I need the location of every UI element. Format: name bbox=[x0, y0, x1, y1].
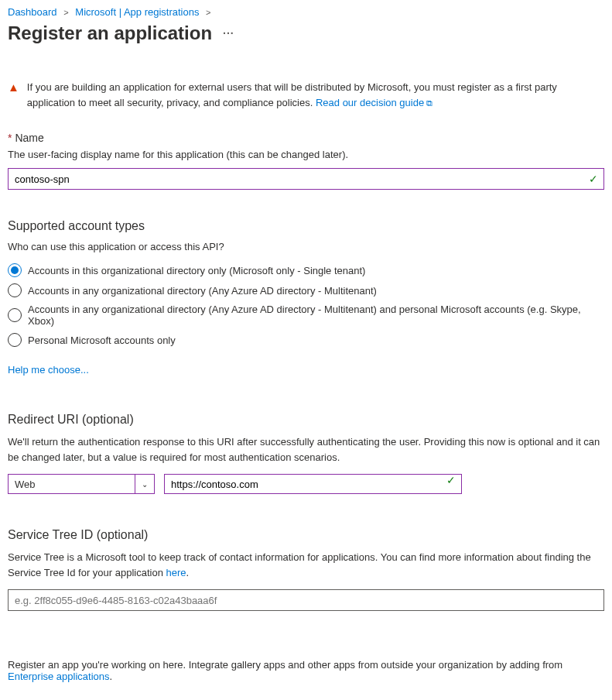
service-tree-input[interactable] bbox=[8, 589, 604, 611]
radio-single-tenant[interactable]: Accounts in this organizational director… bbox=[8, 260, 604, 280]
radio-label: Accounts in any organizational directory… bbox=[28, 304, 604, 327]
breadcrumb-dashboard[interactable]: Dashboard bbox=[8, 6, 57, 18]
radio-label: Accounts in this organizational director… bbox=[28, 265, 365, 276]
radio-multitenant[interactable]: Accounts in any organizational directory… bbox=[8, 280, 604, 300]
breadcrumb-app-registrations[interactable]: Microsoft | App registrations bbox=[75, 6, 199, 18]
radio-icon bbox=[8, 308, 22, 322]
radio-icon bbox=[8, 333, 22, 347]
platform-select[interactable]: Web ⌄ bbox=[8, 474, 155, 494]
service-tree-header: Service Tree ID (optional) bbox=[8, 528, 604, 550]
radio-personal-only[interactable]: Personal Microsoft accounts only bbox=[8, 330, 604, 350]
account-types-radio-group: Accounts in this organizational director… bbox=[8, 260, 604, 350]
breadcrumb-sep-icon: > bbox=[60, 8, 72, 17]
name-description: The user-facing display name for this ap… bbox=[8, 149, 604, 168]
required-star-icon: * bbox=[8, 132, 12, 144]
page-title-text: Register an application bbox=[8, 22, 212, 44]
page-title: Register an application ··· bbox=[8, 21, 604, 52]
more-icon[interactable]: ··· bbox=[223, 27, 234, 39]
help-me-choose-link[interactable]: Help me choose... bbox=[8, 364, 604, 376]
name-label: *Name bbox=[8, 132, 604, 149]
enterprise-applications-link[interactable]: Enterprise applications bbox=[8, 671, 110, 682]
radio-multitenant-personal[interactable]: Accounts in any organizational directory… bbox=[8, 300, 604, 330]
chevron-down-icon: ⌄ bbox=[135, 475, 151, 493]
warning-message: If you are building an application for e… bbox=[27, 81, 557, 108]
service-tree-here-link[interactable]: here bbox=[166, 567, 186, 578]
breadcrumb: Dashboard > Microsoft | App registration… bbox=[8, 0, 604, 21]
radio-label: Personal Microsoft accounts only bbox=[28, 335, 176, 346]
external-link-icon: ⧉ bbox=[426, 98, 433, 108]
checkmark-icon: ✓ bbox=[446, 474, 456, 486]
checkmark-icon: ✓ bbox=[589, 173, 598, 185]
name-input[interactable] bbox=[8, 168, 604, 190]
radio-icon bbox=[8, 263, 22, 277]
account-types-question: Who can use this application or access t… bbox=[8, 241, 604, 260]
radio-icon bbox=[8, 283, 22, 297]
platform-select-value: Web bbox=[15, 479, 36, 490]
warning-box: ▲ If you are building an application for… bbox=[8, 80, 604, 110]
warning-triangle-icon: ▲ bbox=[8, 81, 19, 94]
warning-text: If you are building an application for e… bbox=[27, 80, 604, 110]
decision-guide-link[interactable]: Read our decision guide⧉ bbox=[316, 97, 433, 108]
account-types-header: Supported account types bbox=[8, 219, 604, 241]
footer-text: Register an app you're working on here. … bbox=[8, 659, 604, 682]
redirect-uri-header: Redirect URI (optional) bbox=[8, 413, 604, 434]
radio-label: Accounts in any organizational directory… bbox=[28, 285, 377, 297]
service-tree-description: Service Tree is a Microsoft tool to keep… bbox=[8, 550, 604, 589]
breadcrumb-sep-icon: > bbox=[202, 8, 214, 17]
redirect-uri-description: We'll return the authentication response… bbox=[8, 434, 604, 474]
redirect-uri-input[interactable] bbox=[164, 474, 462, 494]
